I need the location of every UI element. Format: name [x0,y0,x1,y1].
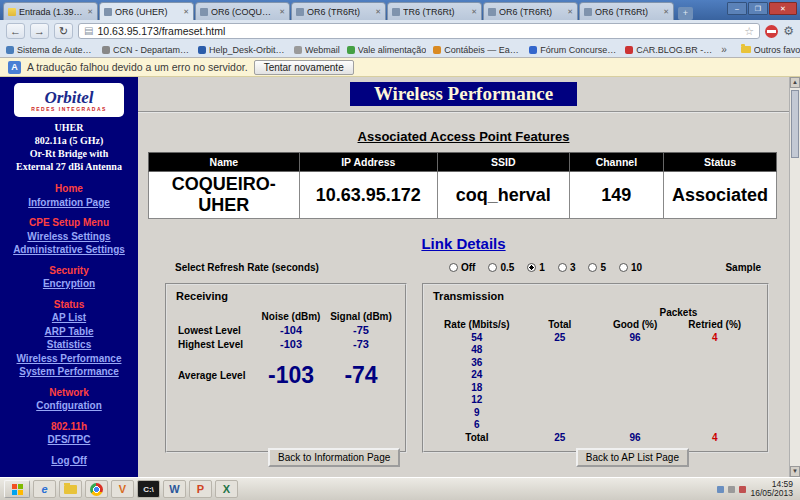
tab-or6-uher-active[interactable]: OR6 (UHER) ✕ [99,2,194,20]
taskbar-ie-button[interactable]: e [33,480,56,498]
scroll-down-icon[interactable]: ▼ [790,466,800,477]
taskbar-word-button[interactable]: W [163,480,186,498]
tray-alert-icon[interactable] [739,486,746,493]
tab-or6-tr6rt-3[interactable]: OR6 (TR6Rt) ✕ [579,2,674,20]
sidebar-item-statistics[interactable]: Statistics [0,338,138,352]
tab-close-icon[interactable]: ✕ [471,8,477,16]
start-button[interactable] [4,480,30,498]
taskbar-console-button[interactable]: C:\ [137,480,160,498]
radio-option-off[interactable]: Off [449,262,475,273]
new-tab-button[interactable]: + [678,7,693,20]
tab-label: OR6 (TR6Rt) [307,7,372,17]
tab-close-icon[interactable]: ✕ [663,8,669,16]
tab-label: OR6 (COQUEIRO-UH... [211,7,276,17]
radio-option-5[interactable]: 5 [588,262,606,273]
radio-option-1[interactable]: 1 [527,262,545,273]
sidebar-section-network: Network [0,386,138,400]
retry-translate-button[interactable]: Tentar novamente [254,60,354,75]
total-header: Total [521,319,599,332]
sidebar-item-log-off[interactable]: Log Off [0,454,138,468]
radio-button[interactable] [588,263,597,272]
sidebar-item-information-page[interactable]: Information Page [0,196,138,210]
bookmarks-bar: Sistema de Autentica... CCN - Departamen… [0,42,800,58]
sidebar-item-configuration[interactable]: Configuration [0,399,138,413]
radio-option-05[interactable]: 0.5 [488,262,514,273]
bookmark-item[interactable]: Help_Desk-Orbitel :: Ti... [198,45,287,55]
table-row: COQUEIRO-UHER 10.63.95.172 coq_herval 14… [149,172,777,219]
sample-label: Sample [725,262,761,273]
tray-network-icon[interactable] [717,486,724,493]
bookmark-item[interactable]: Fórum Concurseiros! ... [529,45,618,55]
bookmark-item[interactable]: CAR.BLOG.BR - Carros [625,45,714,55]
tab-favicon-icon [392,8,400,16]
url-text[interactable]: 10.63.95.173/frameset.html [97,25,740,37]
tab-close-icon[interactable]: ✕ [87,8,93,16]
bookmark-item[interactable]: CCN - Departamento d... [102,45,191,55]
tab-or6-tr6rt-2[interactable]: OR6 (TR6Rt) ✕ [483,2,578,20]
sidebar-item-dfs-tpc[interactable]: DFS/TPC [0,433,138,447]
sidebar-item-wireless-settings[interactable]: Wireless Settings [0,230,138,244]
radio-button[interactable] [619,263,628,272]
menu-wrench-icon[interactable]: ⚙ [783,25,794,37]
favicon-icon [347,46,355,54]
tab-close-icon[interactable]: ✕ [279,8,285,16]
back-to-ap-list-page-button[interactable]: Back to AP List Page [576,448,689,467]
radio-button[interactable] [488,263,497,272]
reload-icon[interactable]: ↻ [54,23,73,39]
bookmark-item[interactable]: Vale alimentação [347,45,426,55]
minimize-button[interactable]: – [727,2,747,15]
favicon-icon [102,46,110,54]
radio-button-selected[interactable] [527,263,536,272]
sidebar-item-encryption[interactable]: Encryption [0,277,138,291]
maximize-button[interactable]: ❐ [748,2,768,15]
radio-option-10[interactable]: 10 [619,262,642,273]
forward-icon[interactable]: → [30,23,49,39]
bookmarks-overflow-icon[interactable]: » [721,44,727,55]
sidebar-item-wireless-performance[interactable]: Wireless Performance [0,352,138,366]
tab-tr6-tr6rt[interactable]: TR6 (TR6Rt) ✕ [387,2,482,20]
column-header-ip: IP Address [299,153,437,172]
back-icon[interactable]: ← [6,23,25,39]
sidebar-item-administrative-settings[interactable]: Administrative Settings [0,243,138,257]
blocked-content-icon[interactable] [765,25,778,38]
close-button[interactable]: ✕ [769,2,797,15]
other-bookmarks-button[interactable]: Outros favoritos [741,45,800,55]
taskbar-clock[interactable]: 14:59 16/05/2013 [750,480,793,499]
sidebar-item-arp-table[interactable]: ARP Table [0,325,138,339]
favicon-icon [433,46,441,54]
tab-close-icon[interactable]: ✕ [567,8,573,16]
sidebar-item-system-performance[interactable]: System Performance [0,365,138,379]
taskbar-excel-button[interactable]: X [215,480,238,498]
scroll-up-icon[interactable]: ▲ [790,77,800,88]
taskbar-powerpoint-button[interactable]: P [189,480,212,498]
radio-button[interactable] [558,263,567,272]
page-icon: ▤ [84,26,93,36]
taskbar-vlc-button[interactable]: V [111,480,134,498]
taskbar-explorer-button[interactable] [59,480,82,498]
tab-close-icon[interactable]: ✕ [375,8,381,16]
tab-or6-tr6rt-1[interactable]: OR6 (TR6Rt) ✕ [291,2,386,20]
tab-entrada[interactable]: Entrada (1.393) - con... ✕ [3,2,98,20]
address-bar[interactable]: ▤ 10.63.95.173/frameset.html ☆ [78,23,760,39]
bookmark-star-icon[interactable]: ☆ [744,26,754,37]
sidebar-section-status: Status [0,298,138,312]
radio-option-3[interactable]: 3 [558,262,576,273]
tab-or6-coqueiro[interactable]: OR6 (COQUEIRO-UH... ✕ [195,2,290,20]
tx-row: 18 [433,381,758,394]
bookmark-item[interactable]: Webmail [294,45,340,55]
sidebar-section-cpe-setup-menu: CPE Setup Menu [0,216,138,230]
tx-row: 9 [433,406,758,419]
refresh-rate-label: Select Refresh Rate (seconds) [175,262,319,273]
taskbar-chrome-button[interactable] [85,480,108,498]
tab-close-icon[interactable]: ✕ [183,8,189,16]
scrollbar-thumb[interactable] [791,90,799,158]
sidebar-item-ap-list[interactable]: AP List [0,311,138,325]
back-to-information-page-button[interactable]: Back to Information Page [268,448,400,467]
windows-logo-icon [12,484,23,495]
radio-button[interactable] [449,263,458,272]
bookmark-item[interactable]: Sistema de Autentica... [6,45,95,55]
vertical-scrollbar[interactable]: ▲ ▼ [789,77,800,477]
browser-toolbar: ← → ↻ ▤ 10.63.95.173/frameset.html ☆ ⚙ [0,20,800,42]
bookmark-item[interactable]: Contábeis — EaD-UFSC [433,45,522,55]
tray-volume-icon[interactable] [728,486,735,493]
